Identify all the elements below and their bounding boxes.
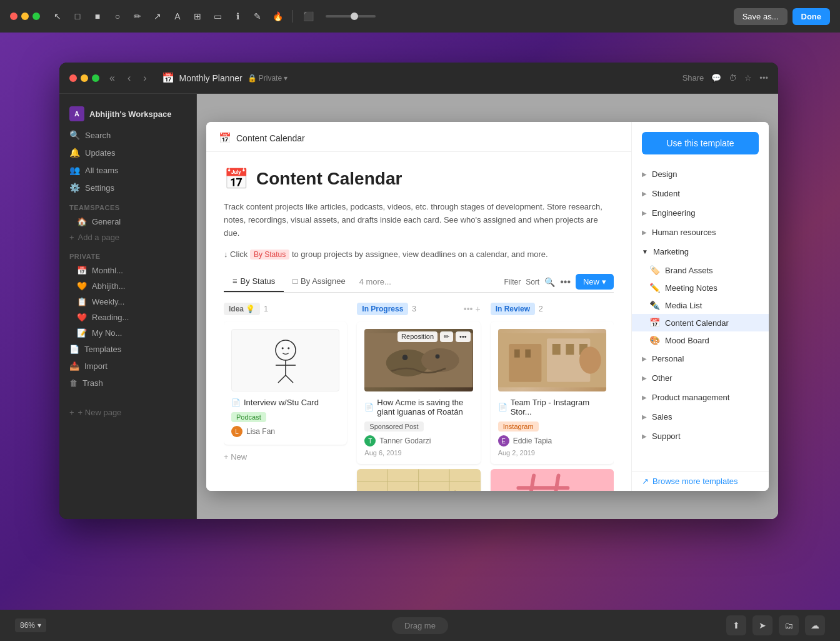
cat-sub-mood-board[interactable]: 🎨 Mood Board — [632, 331, 769, 349]
toolbar-icon-arrow[interactable]: ↗ — [150, 9, 165, 24]
slider-thumb[interactable] — [351, 13, 358, 20]
card-date-building: Aug 2, 2019 — [498, 449, 606, 457]
card-iguanas[interactable]: Reposition ✏ ••• 📄 How Acme is saving th… — [357, 321, 480, 464]
bottom-right-actions: ⬆ ➤ 🗂 ☁ — [726, 615, 825, 635]
reposition-badge[interactable]: Reposition — [398, 331, 438, 342]
cat-hr[interactable]: ▶ Human resources — [632, 223, 769, 242]
cat-sub-media-list[interactable]: ✒️ Media List — [632, 296, 769, 314]
edit-badge[interactable]: ✏ — [440, 331, 453, 342]
sidebar-item-mynotes[interactable]: 📝 My No... — [59, 325, 196, 341]
cat-sub-meeting-notes[interactable]: ✏️ Meeting Notes — [632, 279, 769, 296]
sidebar-item-import[interactable]: 📥 Import — [59, 358, 196, 375]
drag-handle[interactable]: Drag me — [392, 617, 448, 634]
sidebar-item-monthly[interactable]: 📅 Monthl... — [59, 263, 196, 278]
sidebar-item-all-teams[interactable]: 👥 All teams — [59, 161, 196, 179]
modal-overlay: 📅 Content Calendar 📅 Content Calendar Tr… — [197, 94, 778, 519]
sort-btn[interactable]: Sort — [526, 278, 539, 286]
fullscreen-dot[interactable] — [32, 13, 40, 20]
trash-icon: 🗑 — [69, 378, 78, 388]
sidebar-item-updates[interactable]: 🔔 Updates — [59, 144, 196, 161]
toolbar-icon-screen[interactable]: ⬛ — [301, 9, 316, 24]
new-page-button[interactable]: + + New page — [59, 404, 196, 421]
cat-other[interactable]: ▶ Other — [632, 368, 769, 388]
toolbar-icon-text[interactable]: A — [170, 9, 185, 24]
col-more-icon[interactable]: ••• — [464, 304, 473, 314]
sidebar-item-weekly[interactable]: 📋 Weekly... — [59, 294, 196, 310]
window-fullscreen[interactable] — [92, 74, 99, 82]
cat-personal[interactable]: ▶ Personal — [632, 349, 769, 368]
toolbar-icon-embed[interactable]: ⊞ — [190, 9, 205, 24]
more-options-icon[interactable]: ••• — [759, 73, 768, 83]
add-new-idea[interactable]: + New — [224, 450, 347, 464]
sidebar: A Abhijith's Workspace 🔍 Search 🔔 Update… — [59, 94, 197, 519]
toolbar-icon-info[interactable]: ℹ — [230, 9, 245, 24]
sidebar-collapse-btn[interactable]: « — [107, 71, 118, 85]
sidebar-item-general[interactable]: 🏠 General — [59, 214, 196, 230]
more-views[interactable]: 4 more... — [354, 272, 396, 291]
card-hashtag[interactable] — [491, 469, 614, 491]
svg-point-6 — [288, 348, 289, 350]
filter-btn[interactable]: Filter — [504, 278, 521, 286]
favorite-icon[interactable]: ☆ — [744, 73, 752, 83]
forward-btn[interactable]: › — [141, 71, 149, 85]
toolbar-icon-media[interactable]: ▭ — [210, 9, 225, 24]
cloud-upload-icon[interactable]: ☁ — [805, 615, 825, 635]
navigate-icon[interactable]: ➤ — [752, 615, 772, 635]
sidebar-item-search[interactable]: 🔍 Search — [59, 126, 196, 144]
window-minimize[interactable] — [81, 74, 88, 82]
cat-design[interactable]: ▶ Design — [632, 164, 769, 184]
toolbar-icon-rect-outline[interactable]: □ — [70, 9, 85, 24]
cat-student[interactable]: ▶ Student — [632, 184, 769, 203]
zoom-badge[interactable]: 86% ▾ — [15, 618, 46, 632]
kanban-col-in-progress: In Progress 3 ••• + — [357, 303, 480, 491]
cat-sub-brand-assets[interactable]: 🏷️ Brand Assets — [632, 261, 769, 279]
toolbar-icon-select[interactable]: ↖ — [50, 9, 65, 24]
slider-track[interactable] — [326, 15, 376, 18]
toolbar-icon-rect-fill[interactable]: ■ — [90, 9, 105, 24]
toolbar-icon-circle[interactable]: ○ — [110, 9, 125, 24]
card-map[interactable] — [357, 469, 480, 491]
sidebar-item-templates[interactable]: 📄 Templates — [59, 341, 196, 358]
comment-icon[interactable]: 💬 — [711, 73, 721, 83]
cat-support[interactable]: ▶ Support — [632, 426, 769, 446]
back-btn[interactable]: ‹ — [125, 71, 133, 85]
toolbar-icon-pencil2[interactable]: ✎ — [250, 9, 265, 24]
sidebar-item-trash[interactable]: 🗑 Trash — [59, 375, 196, 391]
add-page-btn[interactable]: + Add a page — [59, 230, 196, 245]
browse-more-btn[interactable]: ↗ Browse more templates — [632, 471, 769, 491]
workspace-header[interactable]: A Abhijith's Workspace — [59, 101, 196, 126]
cat-product-management[interactable]: ▶ Product management — [632, 388, 769, 407]
privacy-badge[interactable]: 🔒 Private ▾ — [248, 74, 288, 83]
toolbar-icon-pen[interactable]: ✏ — [130, 9, 145, 24]
more-actions-btn[interactable]: ••• — [560, 276, 571, 288]
sidebar-item-reading[interactable]: ❤️ Reading... — [59, 310, 196, 325]
tab-by-assignee[interactable]: □ By Assignee — [284, 271, 354, 292]
col-add-icon[interactable]: + — [475, 304, 480, 314]
tab-by-status[interactable]: ≡ By Status — [224, 271, 284, 292]
share-btn[interactable]: Share — [682, 73, 704, 83]
toolbar-separator — [292, 10, 293, 23]
cat-sales[interactable]: ▶ Sales — [632, 407, 769, 426]
new-item-button[interactable]: New ▾ — [576, 274, 614, 290]
search-icon-btn[interactable]: 🔍 — [544, 277, 555, 287]
cat-marketing[interactable]: ▼ Marketing — [632, 242, 769, 261]
more-badge[interactable]: ••• — [456, 331, 471, 342]
share-action-icon[interactable]: ⬆ — [726, 615, 746, 635]
sidebar-item-settings[interactable]: ⚙️ Settings — [59, 179, 196, 196]
done-button[interactable]: Done — [792, 8, 831, 25]
toolbar-icon-flame[interactable]: 🔥 — [270, 9, 285, 24]
cat-engineering[interactable]: ▶ Engineering — [632, 203, 769, 223]
card-building[interactable]: 📄 Team Trip - Instagram Stor... Instagra… — [491, 321, 614, 464]
cat-sub-content-calendar[interactable]: 📅 Content Calendar — [632, 314, 769, 331]
minimize-dot[interactable] — [21, 13, 29, 20]
card-interview[interactable]: 📄 Interview w/Stu Card Podcast L Lisa Fa… — [224, 321, 347, 445]
window-close[interactable] — [69, 74, 77, 82]
use-template-button[interactable]: Use this template — [642, 132, 759, 154]
save-as-button[interactable]: Save as... — [734, 8, 788, 25]
close-dot[interactable] — [10, 13, 18, 20]
sidebar-item-abhijith[interactable]: 🧡 Abhijith... — [59, 278, 196, 294]
svg-rect-24 — [552, 344, 560, 355]
settings-icon: ⚙️ — [69, 183, 80, 193]
history-icon[interactable]: ⏱ — [729, 73, 737, 83]
folder-icon[interactable]: 🗂 — [779, 615, 799, 635]
